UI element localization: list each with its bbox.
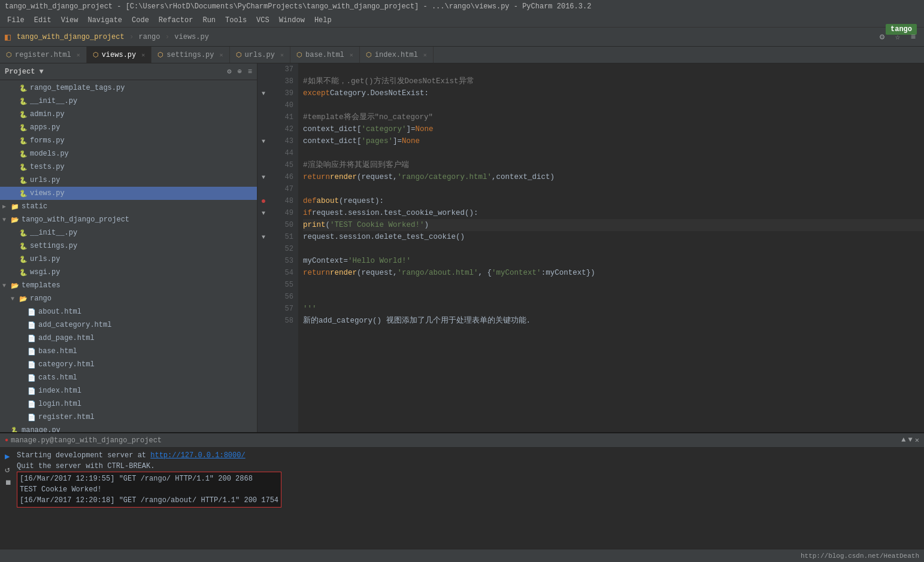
menu-file[interactable]: File bbox=[2, 15, 29, 26]
menu-vcs[interactable]: VCS bbox=[252, 15, 274, 26]
code-line: return render(request, 'rango/category.h… bbox=[303, 171, 924, 183]
tree-item-category[interactable]: 📄 category.html bbox=[0, 358, 257, 371]
tree-item[interactable]: 🐍 __init__.py bbox=[0, 95, 257, 108]
tree-item-views[interactable]: 🐍 views.py bbox=[0, 187, 257, 200]
breadcrumb-rango[interactable]: rango bbox=[138, 33, 160, 41]
tab-views-py[interactable]: ⬡ views.py ✕ bbox=[87, 47, 152, 63]
gutter-line bbox=[257, 255, 269, 267]
tab-close-base[interactable]: ✕ bbox=[350, 51, 353, 59]
gutter-line bbox=[257, 291, 269, 303]
project-pin[interactable]: ⊕ bbox=[238, 67, 242, 76]
tree-item[interactable]: 🐍 models.py bbox=[0, 147, 257, 160]
py-icon: 🐍 bbox=[19, 256, 28, 263]
tree-item-login[interactable]: 📄 login.html bbox=[0, 397, 257, 411]
py-icon: 🐍 bbox=[19, 269, 28, 277]
tree-item-manage[interactable]: 🐍 manage.py bbox=[0, 424, 257, 432]
console-up-btn[interactable]: ▲ bbox=[901, 436, 905, 445]
line-number: 48 bbox=[269, 195, 293, 207]
console-stop-btn[interactable]: ⏹ bbox=[5, 478, 12, 488]
breadcrumb-project[interactable]: tango_with_django_project bbox=[17, 33, 125, 41]
console-output[interactable]: ▶ ↺ ⏹ Starting development server at htt… bbox=[0, 448, 924, 549]
tree-item-base[interactable]: 📄 base.html bbox=[0, 345, 257, 358]
line-number: 50 bbox=[269, 219, 293, 231]
tab-base-html[interactable]: ⬡ base.html ✕ bbox=[290, 47, 360, 63]
code-line: print('TEST Cookie Worked!') bbox=[303, 219, 924, 231]
menu-run[interactable]: Run bbox=[198, 15, 220, 26]
tab-urls-py[interactable]: ⬡ urls.py ✕ bbox=[230, 47, 290, 63]
tab-close-register[interactable]: ✕ bbox=[77, 51, 80, 59]
menu-navigate[interactable]: Navigate bbox=[83, 15, 127, 26]
html-icon: 📄 bbox=[28, 361, 36, 369]
project-settings2[interactable]: ≡ bbox=[248, 68, 252, 76]
tree-item-index[interactable]: 📄 index.html bbox=[0, 384, 257, 397]
code-line: return render(request, 'rango/about.html… bbox=[303, 267, 924, 279]
console-close-btn[interactable]: ✕ bbox=[915, 436, 919, 445]
menu-window[interactable]: Window bbox=[274, 15, 310, 26]
tree-item[interactable]: 🐍 tests.py bbox=[0, 160, 257, 174]
menu-tools[interactable]: Tools bbox=[220, 15, 252, 26]
menu-edit[interactable]: Edit bbox=[29, 15, 56, 26]
fold-arrow: ▼ bbox=[262, 138, 265, 145]
tree-label: login.html bbox=[38, 400, 81, 408]
tab-label-register: register.html bbox=[15, 51, 71, 59]
tab-settings-py[interactable]: ⬡ settings.py ✕ bbox=[152, 47, 229, 63]
tango-logo: tango bbox=[886, 24, 917, 35]
tree-item-about[interactable]: 📄 about.html bbox=[0, 305, 257, 318]
py-icon: 🐍 bbox=[19, 242, 28, 250]
code-content[interactable]: #如果不能，.get()方法引发DoesNotExist异常 except Ca… bbox=[298, 63, 924, 432]
line-number: 58 bbox=[269, 315, 293, 327]
gutter-line bbox=[257, 159, 269, 171]
tree-item-add-category[interactable]: 📄 add_category.html bbox=[0, 318, 257, 332]
line-number: 40 bbox=[269, 99, 293, 111]
tree-item-add-page[interactable]: 📄 add_page.html bbox=[0, 332, 257, 345]
tree-item[interactable]: 🐍 apps.py bbox=[0, 121, 257, 134]
tab-close-index[interactable]: ✕ bbox=[423, 51, 427, 59]
console-run-btn[interactable]: ▶ bbox=[5, 451, 12, 462]
tab-close-settings[interactable]: ✕ bbox=[220, 51, 223, 59]
tree-item[interactable]: 🐍 rango_template_tags.py bbox=[0, 81, 257, 95]
menu-refactor[interactable]: Refactor bbox=[154, 15, 198, 26]
menu-help[interactable]: Help bbox=[310, 15, 337, 26]
tab-index-html[interactable]: ⬡ index.html ✕ bbox=[360, 47, 434, 63]
gutter-line bbox=[257, 243, 269, 255]
gutter-line bbox=[257, 147, 269, 159]
title-bar: tango_with_django_project - [C:\Users\rH… bbox=[0, 0, 924, 13]
html-icon: 📄 bbox=[28, 400, 36, 408]
tree-item-tango[interactable]: ▼ 📂 tango_with_django_project bbox=[0, 213, 257, 226]
menu-view[interactable]: View bbox=[56, 15, 83, 26]
tree-item[interactable]: 🐍 urls.py bbox=[0, 253, 257, 266]
tree-item[interactable]: 🐍 admin.py bbox=[0, 108, 257, 121]
tree-item-cats[interactable]: 📄 cats.html bbox=[0, 371, 257, 384]
tree-item-static[interactable]: ▶ 📁 static bbox=[0, 200, 257, 213]
tree-label: about.html bbox=[38, 308, 81, 316]
code-line: if request.session.test_cookie_worked(): bbox=[303, 207, 924, 219]
main-area: Project ▼ ⚙ ⊕ ≡ 🐍 rango_template_tags.py… bbox=[0, 63, 924, 432]
console-rerun-btn[interactable]: ↺ bbox=[5, 464, 12, 475]
tab-close-views[interactable]: ✕ bbox=[141, 51, 145, 59]
gutter-line bbox=[257, 111, 269, 123]
tab-close-urls[interactable]: ✕ bbox=[280, 51, 284, 59]
tree-item[interactable]: 🐍 __init__.py bbox=[0, 226, 257, 239]
tree-item[interactable]: 🐍 wsgi.py bbox=[0, 266, 257, 279]
tab-register-html[interactable]: ⬡ register.html ✕ bbox=[0, 47, 87, 63]
tree-item-templates[interactable]: ▼ 📂 templates bbox=[0, 279, 257, 292]
console-down-btn[interactable]: ▼ bbox=[908, 436, 913, 445]
menu-code[interactable]: Code bbox=[127, 15, 154, 26]
toolbar: ◧ tango_with_django_project › rango › vi… bbox=[0, 28, 924, 47]
line-number: 43 bbox=[269, 135, 293, 147]
code-line bbox=[303, 183, 924, 195]
tab-label-views: views.py bbox=[102, 51, 137, 59]
gutter-line: ▼ bbox=[257, 171, 269, 183]
tree-item-register[interactable]: 📄 register.html bbox=[0, 411, 257, 424]
tree-label: tests.py bbox=[30, 163, 65, 171]
tree-item-rango-folder[interactable]: ▼ 📂 rango bbox=[0, 292, 257, 305]
title-text: tango_with_django_project - [C:\Users\rH… bbox=[5, 2, 591, 11]
line-number: 54 bbox=[269, 267, 293, 279]
editor: ▼▼▼●▼▼ 373839404142434445464748495051525… bbox=[257, 63, 924, 432]
console-server-link[interactable]: http://127.0.0.1:8000/ bbox=[150, 451, 245, 460]
project-gear[interactable]: ⚙ bbox=[227, 67, 231, 76]
tree-item[interactable]: 🐍 settings.py bbox=[0, 239, 257, 253]
tree-item[interactable]: 🐍 forms.py bbox=[0, 134, 257, 147]
breadcrumb-views[interactable]: views.py bbox=[174, 33, 209, 41]
tree-item[interactable]: 🐍 urls.py bbox=[0, 174, 257, 187]
